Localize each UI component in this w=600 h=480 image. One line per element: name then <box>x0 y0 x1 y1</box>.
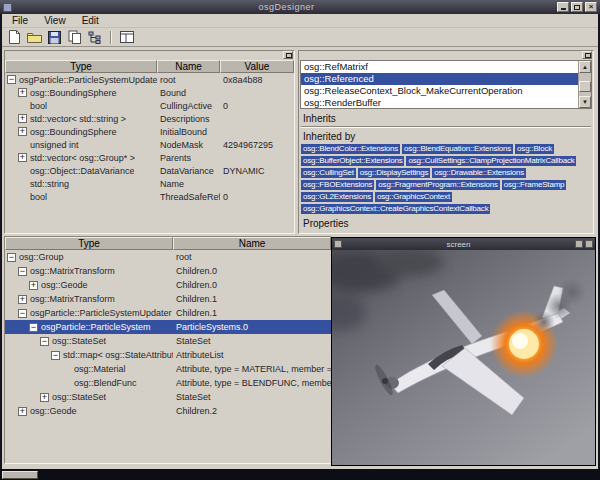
expander-toggle[interactable]: + <box>18 407 27 416</box>
close-icon: × <box>589 3 594 11</box>
viewport-window[interactable]: screen <box>331 237 596 466</box>
column-header-type[interactable]: Type <box>5 237 173 250</box>
copy-button[interactable] <box>65 29 84 46</box>
menu-items: FileViewEdit <box>4 14 107 28</box>
expander-toggle[interactable]: − <box>7 75 16 84</box>
table-row[interactable]: boolThreadSafeRefUnref0 <box>5 190 294 203</box>
class-list: osg::RefMatrixfosg::Referencedosg::Relea… <box>301 61 578 108</box>
expander-toggle[interactable]: + <box>18 114 27 123</box>
viewport-close-button[interactable] <box>585 240 593 248</box>
taskbar-button[interactable] <box>2 471 38 479</box>
scrollbar-thumb[interactable] <box>579 81 591 92</box>
table-row[interactable]: +std::vector< std::string >Descriptions <box>5 112 294 125</box>
pane-float-button[interactable] <box>283 51 293 59</box>
type-label: osgParticle::ParticleSystem <box>41 322 151 332</box>
table-row[interactable]: std::stringName <box>5 177 294 190</box>
viewport-menu-button[interactable] <box>334 240 342 248</box>
menu-item-file[interactable]: File <box>4 14 36 28</box>
table-row[interactable]: osg::Object::DataVarianceDataVarianceDYN… <box>5 164 294 177</box>
inherited-by-item[interactable]: osg::FragmentProgram::Extensions <box>376 180 499 190</box>
class-list-item[interactable]: osg::ReleaseContext_Block_MakeCurrentOpe… <box>301 85 578 97</box>
inherited-by-item[interactable]: osg::Block <box>515 144 554 154</box>
open-button[interactable] <box>25 29 44 46</box>
expander-toggle[interactable]: − <box>7 253 16 262</box>
expander-toggle[interactable]: − <box>18 309 27 318</box>
table-row[interactable]: +osg::BoundingSphereBound <box>5 86 294 99</box>
column-header-name[interactable]: Name <box>157 60 220 73</box>
table-row[interactable]: osg::MaterialAttribute, type = MATERIAL,… <box>5 362 331 376</box>
type-label: std::map< osg::StateAttribute::Ty... <box>63 350 173 360</box>
expander-toggle[interactable]: + <box>40 393 49 402</box>
type-label: osg::Group <box>19 252 64 262</box>
scroll-up-button[interactable]: ▲ <box>579 61 591 73</box>
viewport-titlebar[interactable]: screen <box>332 238 595 250</box>
inherited-by-item[interactable]: osg::BufferObject::Extensions <box>301 156 404 166</box>
tree-button[interactable] <box>85 29 104 46</box>
table-row[interactable]: −osgParticle::ParticleSystemParticleSyst… <box>5 320 331 334</box>
expander-toggle[interactable]: − <box>40 337 49 346</box>
expander-toggle[interactable]: + <box>18 127 27 136</box>
expander-toggle[interactable]: − <box>29 323 38 332</box>
name-cell: Children.1 <box>173 292 331 306</box>
value-cell <box>220 125 294 138</box>
viewport-maximize-button[interactable] <box>575 240 583 248</box>
table-row[interactable]: −std::map< osg::StateAttribute::Ty...Att… <box>5 348 331 362</box>
save-button[interactable] <box>45 29 64 46</box>
inherited-by-item[interactable]: osg::BlendEquation::Extensions <box>402 144 513 154</box>
inherited-by-item[interactable]: osg::GL2Extensions <box>301 192 373 202</box>
column-header-value[interactable]: Value <box>220 60 294 73</box>
menu-item-view[interactable]: View <box>36 14 74 28</box>
layout-button[interactable] <box>117 29 136 46</box>
inherited-by-item[interactable]: osg::CullSettings::ClampProjectionMatrix… <box>406 156 576 166</box>
value-cell <box>220 177 294 190</box>
table-row[interactable]: osg::BlendFuncAttribute, type = BLENDFUN… <box>5 376 331 390</box>
expander-toggle[interactable]: − <box>51 351 60 360</box>
name-cell: Children.0 <box>173 264 331 278</box>
expander-toggle[interactable]: − <box>18 267 27 276</box>
minimize-button[interactable] <box>557 2 569 12</box>
inherited-by-item[interactable]: osg::Drawable::Extensions <box>432 168 526 178</box>
table-row[interactable]: −osg::Grouproot <box>5 250 331 264</box>
table-row[interactable]: +osg::BoundingSphereInitialBound <box>5 125 294 138</box>
table-row[interactable]: unsigned intNodeMask4294967295 <box>5 138 294 151</box>
scrollbar-track[interactable] <box>579 73 591 96</box>
expander-toggle[interactable]: + <box>18 153 27 162</box>
table-row[interactable]: +osg::MatrixTransformChildren.1 <box>5 292 331 306</box>
expander-toggle[interactable]: + <box>18 88 27 97</box>
maximize-button[interactable] <box>571 2 583 12</box>
class-list-item[interactable]: osg::RenderBuffer <box>301 97 578 108</box>
table-row[interactable]: +osg::GeodeChildren.2 <box>5 404 331 418</box>
close-button[interactable]: × <box>585 2 597 12</box>
class-list-item[interactable]: osg::Referenced <box>301 73 578 85</box>
inherited-by-item[interactable]: osg::FBOExtensions <box>301 180 374 190</box>
pane-float-button[interactable] <box>582 51 592 59</box>
expander-toggle[interactable]: + <box>29 281 38 290</box>
scroll-down-button[interactable]: ▼ <box>579 96 591 108</box>
vertical-scrollbar[interactable]: ▲ ▼ <box>578 61 591 108</box>
table-row[interactable]: −osgParticle::ParticleSystemUpdaterroot0… <box>5 73 294 86</box>
inherited-by-item[interactable]: osg::DisplaySettings <box>358 168 430 178</box>
table-row[interactable]: −osg::MatrixTransformChildren.0 <box>5 264 331 278</box>
table-row[interactable]: +osg::StateSetStateSet <box>5 390 331 404</box>
3d-scene[interactable] <box>332 250 595 465</box>
column-header-name[interactable]: Name <box>173 237 331 250</box>
value-cell <box>220 86 294 99</box>
class-list-item[interactable]: osg::RefMatrixf <box>301 61 578 73</box>
inherited-by-item[interactable]: osg::BlendColor::Extensions <box>301 144 400 154</box>
menu-item-edit[interactable]: Edit <box>74 14 107 28</box>
table-row[interactable]: −osgParticle::ParticleSystemUpdaterChild… <box>5 306 331 320</box>
table-row[interactable]: +osg::GeodeChildren.0 <box>5 278 331 292</box>
window-titlebar[interactable]: osgDesigner × <box>0 0 600 14</box>
table-row[interactable]: −osg::StateSetStateSet <box>5 334 331 348</box>
expander-toggle[interactable]: + <box>18 295 27 304</box>
type-label: osg::MatrixTransform <box>30 294 115 304</box>
new-button[interactable] <box>5 29 24 46</box>
table-row[interactable]: boolCullingActive0 <box>5 99 294 112</box>
inherited-by-item[interactable]: osg::GraphicsContext::CreateGraphicsCont… <box>301 204 490 214</box>
inherited-by-item[interactable]: osg::CullingSet <box>301 168 356 178</box>
type-cell: −osg::MatrixTransform <box>5 264 173 278</box>
column-header-type[interactable]: Type <box>5 60 157 73</box>
inherited-by-item[interactable]: osg::FrameStamp <box>502 180 567 190</box>
inherited-by-item[interactable]: osg::GraphicsContext <box>375 192 452 202</box>
table-row[interactable]: +std::vector< osg::Group* >Parents <box>5 151 294 164</box>
